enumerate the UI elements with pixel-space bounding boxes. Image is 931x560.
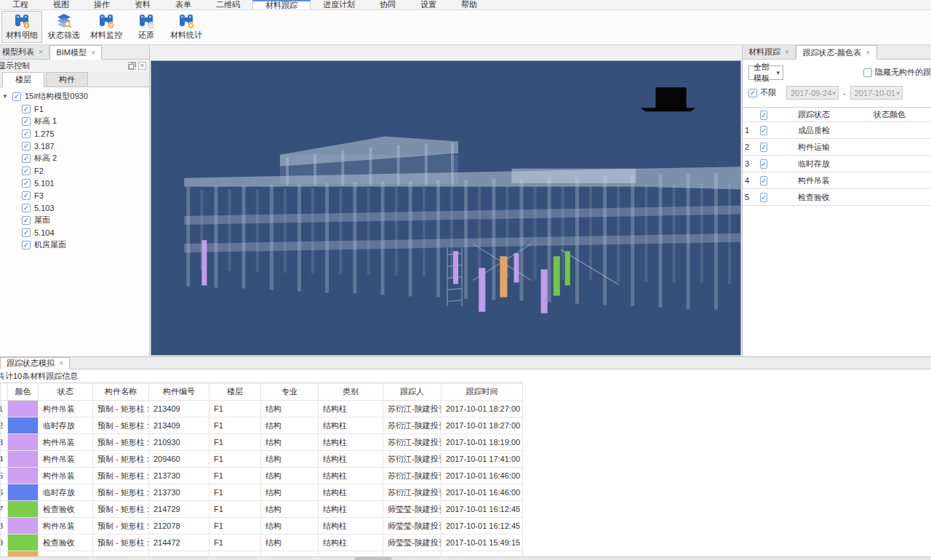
category-cell: 结构柱 [319,501,383,518]
menu-item[interactable]: 表单 [163,0,204,9]
checkbox[interactable]: ✓ [760,126,767,135]
toolbar-button[interactable]: 还原 [128,11,164,43]
status-color-row[interactable]: 2✓构件运输 [743,139,931,156]
table-row[interactable]: 2临时存放预制 - 矩形柱 :...213409F1结构结构柱苏衍江-陕建投资2… [1,417,523,434]
time-cell: 2017-10-01 17:41:00 [441,451,523,468]
date-to-picker[interactable]: 2017-10-01 ▾ [850,86,903,100]
menu-item[interactable]: 资料 [122,0,163,9]
unlimited-checkbox[interactable]: ✓ 不限 [748,87,776,98]
close-icon[interactable]: × [59,359,63,367]
tree-item[interactable]: ✓屋面 [0,214,149,226]
toolbar-button[interactable]: 材料监控 [86,11,127,43]
checkbox[interactable]: ✓ [760,193,767,202]
table-row[interactable]: 7检查验收预制 - 矩形柱 :...214729F1结构结构柱师莹莹-陕建投资2… [1,501,523,518]
tree-item[interactable]: ✓机房屋面 [0,239,149,251]
menu-item[interactable]: 材料跟踪 [252,0,311,9]
template-dropdown[interactable]: 全部模板 ▾ [748,65,783,80]
table-row[interactable]: 3构件吊装预制 - 矩形柱 :...210930F1结构结构柱苏衍江-陕建投资2… [1,434,523,451]
sub-tab[interactable]: 构件 [46,72,88,87]
table-row[interactable] [1,551,523,557]
right-doc-tab[interactable]: 材料跟踪× [743,45,796,59]
header-cell: 专业 [261,383,319,401]
date-from-picker[interactable]: 2017-09-24 ▾ [786,86,839,100]
right-doc-tab[interactable]: 跟踪状态-颜色表× [796,45,876,60]
close-icon[interactable]: × [866,49,870,57]
menu-item[interactable]: 二维码 [204,0,252,9]
checkbox[interactable]: ✓ [760,159,767,169]
close-icon[interactable]: × [785,48,789,56]
checkbox-checked[interactable]: ✓ [748,89,757,97]
3d-scene [151,61,740,355]
row-number: 4 [743,172,754,189]
tree-item[interactable]: ✓5.104 [0,226,149,239]
checkbox-unchecked[interactable] [863,68,872,77]
tree-item[interactable]: ✓标高 2 [0,152,149,164]
horizontal-scrollbar[interactable] [354,557,392,560]
checkbox[interactable]: ✓ [22,142,31,151]
tracker-cell: 苏衍江-陕建投资 [383,451,441,468]
tree-item[interactable]: ✓F2 [0,164,149,177]
menu-item[interactable]: 进度计划 [311,0,367,9]
checkbox[interactable]: ✓ [22,228,31,237]
sub-tab[interactable]: 楼层 [2,72,44,87]
3d-viewport[interactable] [151,60,741,356]
left-doc-tab[interactable]: BIM模型× [49,45,102,60]
left-doc-tab[interactable]: 模型列表× [0,45,49,59]
checkbox[interactable]: ✓ [760,111,767,120]
close-icon[interactable]: × [39,48,43,56]
menu-item[interactable]: 帮助 [449,0,490,9]
tree-item[interactable]: ✓F1 [0,103,149,115]
table-row[interactable]: 4构件吊装预制 - 矩形柱 :...209460F1结构结构柱苏衍江-陕建投资2… [1,451,523,468]
tree-item[interactable]: ✓5.101 [0,177,149,189]
float-panel-icon[interactable] [128,62,136,70]
close-panel-icon[interactable]: × [138,62,146,70]
menu-item[interactable]: 操作 [81,0,122,9]
table-row[interactable]: 8构件吊装预制 - 矩形柱 :...212078F1结构结构柱师莹莹-陕建投资2… [1,518,523,535]
close-icon[interactable]: × [91,49,95,57]
menu-item[interactable]: 协同 [367,0,408,9]
header-cell: 颜色 [8,383,39,401]
checkbox[interactable]: ✓ [760,176,767,185]
tab-tracking-simulation[interactable]: 跟踪状态模拟 × [0,357,70,369]
checkbox[interactable]: ✓ [22,117,31,126]
checkbox[interactable]: ✓ [22,241,31,249]
restore-icon [137,13,155,29]
tree-item[interactable]: ✓5.103 [0,201,149,214]
checkbox[interactable]: ✓ [22,167,31,175]
component-name-cell: 预制 - 矩形柱 :... [93,501,149,518]
status-color-row[interactable]: 3✓临时存放 [743,156,931,172]
checkbox[interactable]: ✓ [22,179,31,188]
table-row[interactable]: 9检查验收预制 - 矩形柱 :...214472F1结构结构柱师莹莹-陕建投资2… [1,535,523,551]
tree-item[interactable]: ✓标高 1 [0,115,149,127]
tree-item-label: 标高 2 [34,153,57,164]
major-cell: 结构 [261,484,319,501]
checkbox[interactable]: ✓ [760,143,767,152]
empty-cell [924,139,931,156]
menu-item[interactable]: 视图 [41,0,81,9]
checkbox[interactable]: ✓ [12,92,21,101]
table-row[interactable]: 5构件吊装预制 - 矩形柱 :...213730F1结构结构柱苏衍江-陕建投资2… [1,468,523,484]
checkbox[interactable]: ✓ [22,105,31,113]
checkbox[interactable]: ✓ [22,129,31,138]
checkbox[interactable]: ✓ [22,191,31,200]
table-row[interactable]: 1构件吊装预制 - 矩形柱 :...213409F1结构结构柱苏衍江-陕建投资2… [1,401,523,417]
table-row[interactable]: 6临时存放预制 - 矩形柱 :...213730F1结构结构柱苏衍江-陕建投资2… [1,484,523,501]
toolbar-button[interactable]: 材料统计 [166,11,207,43]
menu-item[interactable]: 设置 [408,0,449,9]
tree-item[interactable]: ✓1.275 [0,127,149,140]
status-color-row[interactable]: 1✓成品质检 [743,122,931,139]
toolbar-button[interactable]: 材料明细 [1,11,42,43]
hide-empty-checkbox[interactable]: 隐藏无构件的跟 [863,67,931,78]
row-number: 5 [1,468,8,484]
menu-item[interactable]: 工程 [0,0,41,9]
tree-item[interactable]: ✓3.187 [0,140,149,152]
status-color-row[interactable]: 4✓构件吊装 [743,172,931,189]
checkbox[interactable]: ✓ [22,154,31,163]
tree-item[interactable]: ✓F3 [0,189,149,201]
tree-root-item[interactable]: ▼✓15#结构模型0930 [0,90,149,103]
tree-expand-icon[interactable]: ▼ [2,93,9,100]
status-color-row[interactable]: 5✓检查验收 [743,189,931,206]
checkbox[interactable]: ✓ [22,204,31,212]
checkbox[interactable]: ✓ [22,216,31,225]
toolbar-button[interactable]: 状态筛选 [44,11,84,43]
